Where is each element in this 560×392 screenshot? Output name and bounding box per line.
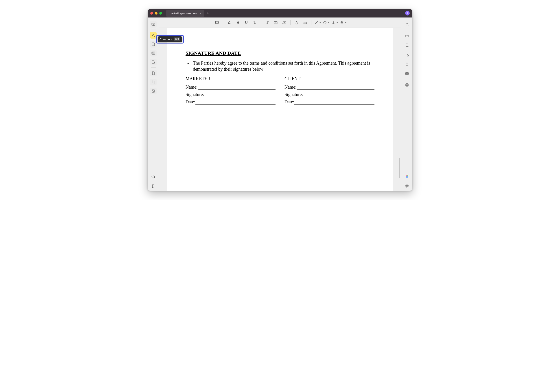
marker-icon[interactable]	[293, 19, 300, 26]
line-tool-icon[interactable]	[314, 19, 321, 26]
marketer-signature-label: Signature:	[186, 92, 204, 97]
document-viewport[interactable]: SIGNATURE AND DATE - The Parties hereby …	[159, 28, 401, 191]
divider	[151, 29, 156, 30]
svg-line-29	[315, 21, 318, 24]
annotation-toolbar: S U T T T	[159, 18, 401, 28]
page-edit-icon[interactable]	[150, 70, 157, 77]
view-mode-icon[interactable]	[150, 21, 157, 28]
bullet: -	[186, 60, 189, 72]
marketer-name-label: Name:	[186, 85, 197, 90]
ocr-icon[interactable]: OCR	[404, 32, 410, 39]
fill-sign-icon[interactable]	[150, 41, 157, 48]
svg-line-16	[152, 90, 154, 92]
signature-line	[198, 85, 276, 90]
divider	[405, 30, 410, 30]
signature-columns: MARKETER Name: Signature: Date: CLIENT N…	[186, 76, 374, 107]
share-icon[interactable]	[404, 61, 410, 68]
marketer-title: MARKETER	[186, 76, 276, 81]
text-icon[interactable]: T	[263, 19, 271, 26]
signature-line	[294, 99, 374, 105]
bookmark-icon[interactable]	[150, 183, 157, 189]
divider	[405, 79, 410, 79]
marketer-column: MARKETER Name: Signature: Date:	[186, 76, 276, 107]
svg-rect-18	[215, 21, 218, 24]
separator	[311, 20, 311, 25]
eraser-icon[interactable]	[301, 19, 309, 26]
document-tab[interactable]: marketing-agreement ×	[166, 10, 204, 17]
avatar-letter: T	[407, 12, 408, 15]
close-tab-button[interactable]: ×	[200, 11, 202, 15]
shape-tool-icon[interactable]	[322, 19, 330, 26]
left-sidebar: Comment ⌘1	[148, 18, 159, 191]
client-column: CLIENT Name: Signature: Date:	[284, 76, 374, 107]
main-area: S U T T T SIGNATURE AND DATE	[159, 18, 401, 191]
chat-icon[interactable]	[404, 183, 410, 189]
svg-rect-41	[405, 73, 409, 75]
svg-point-43	[406, 85, 407, 86]
app-logo-icon[interactable]	[404, 173, 410, 180]
redact-icon[interactable]	[150, 88, 157, 94]
avatar[interactable]: T	[405, 11, 410, 15]
client-name-label: Name:	[284, 85, 296, 90]
protect-icon[interactable]	[404, 51, 410, 58]
minimize-window-button[interactable]	[155, 12, 158, 15]
search-icon[interactable]	[404, 21, 410, 28]
crop-icon[interactable]	[150, 79, 157, 85]
svg-rect-0	[152, 23, 155, 26]
stamp-tool-icon[interactable]	[339, 19, 347, 26]
svg-line-34	[408, 25, 409, 26]
marketer-date-label: Date:	[186, 99, 195, 105]
right-sidebar: OCR	[401, 18, 412, 191]
svg-rect-40	[406, 64, 408, 66]
svg-rect-21	[229, 23, 230, 24]
underline-icon[interactable]: U	[242, 19, 250, 26]
paragraph-text: The Parties hereby agree to the terms an…	[193, 60, 374, 72]
svg-point-33	[406, 23, 408, 25]
save-icon[interactable]	[404, 82, 410, 88]
document-page: SIGNATURE AND DATE - The Parties hereby …	[167, 28, 393, 191]
comment-tool-icon[interactable]	[150, 32, 157, 39]
window-controls	[150, 12, 162, 15]
tooltip-highlight: Comment ⌘1	[156, 35, 184, 43]
form-icon[interactable]	[150, 50, 157, 57]
svg-rect-24	[283, 21, 286, 23]
svg-point-47	[406, 176, 408, 178]
section-heading: SIGNATURE AND DATE	[186, 50, 374, 56]
stamp-person-icon[interactable]	[331, 19, 338, 26]
tooltip-shortcut: ⌘1	[174, 38, 180, 41]
close-window-button[interactable]	[150, 12, 153, 15]
svg-text:T: T	[275, 21, 276, 24]
client-title: CLIENT	[284, 76, 374, 81]
email-icon[interactable]	[404, 70, 410, 77]
note-icon[interactable]	[213, 19, 221, 26]
divider	[151, 68, 156, 68]
titlebar: marketing-agreement × + T	[148, 9, 412, 18]
svg-rect-27	[304, 22, 307, 24]
separator	[290, 20, 290, 25]
svg-text:OCR: OCR	[406, 35, 408, 37]
tooltip-label: Comment	[160, 38, 172, 41]
svg-point-31	[333, 21, 334, 22]
app-window: marketing-agreement × + T	[148, 9, 412, 191]
client-date-label: Date:	[284, 99, 294, 105]
paragraph: - The Parties hereby agree to the terms …	[186, 60, 374, 72]
tooltip: Comment ⌘1	[158, 36, 182, 42]
maximize-window-button[interactable]	[159, 12, 162, 15]
signature-line	[297, 85, 374, 90]
scrollbar-thumb[interactable]	[399, 158, 400, 178]
textbox-icon[interactable]: T	[272, 19, 280, 26]
new-tab-button[interactable]: +	[207, 11, 209, 16]
signature-line	[303, 92, 374, 97]
strikethrough-icon[interactable]: S	[234, 19, 242, 26]
convert-icon[interactable]	[404, 42, 410, 49]
svg-rect-44	[406, 84, 408, 84]
svg-marker-17	[152, 176, 155, 177]
callout-icon[interactable]	[280, 19, 288, 26]
edit-pdf-icon[interactable]	[150, 59, 157, 66]
separator	[223, 20, 223, 25]
highlight-icon[interactable]	[225, 19, 233, 26]
separator	[261, 20, 261, 25]
layers-icon[interactable]	[150, 174, 157, 181]
client-signature-label: Signature:	[284, 92, 303, 97]
squiggly-icon[interactable]: T	[251, 19, 259, 26]
